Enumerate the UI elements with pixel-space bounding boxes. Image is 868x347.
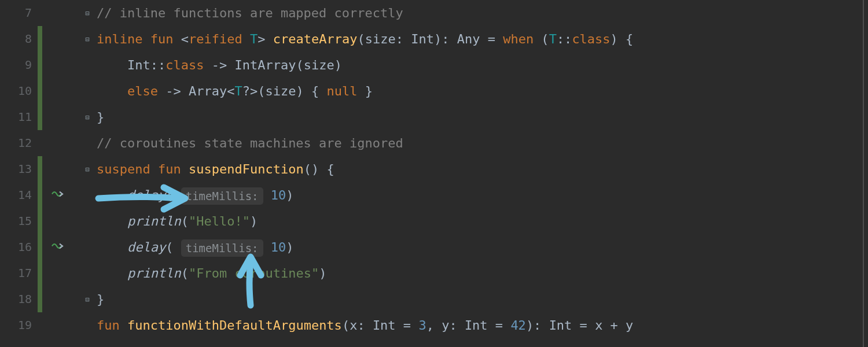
gutter: 7 ⊟ 8 ⊟ 9 10 11 ⊟ 12 13 ⊟ 14 15 (0, 0, 90, 347)
gutter-row: 10 (0, 78, 90, 104)
gutter-row: 16 (0, 234, 90, 260)
code-area[interactable]: // inline functions are mapped correctly… (90, 0, 868, 347)
code-line[interactable]: suspend fun suspendFunction() { (97, 156, 868, 182)
gutter-row: 11 ⊟ (0, 104, 90, 130)
gutter-row: 9 (0, 52, 90, 78)
code-line[interactable]: println("Hello!") (97, 208, 868, 234)
gutter-row: 8 ⊟ (0, 26, 90, 52)
code-line[interactable]: Int::class -> IntArray(size) (97, 52, 868, 78)
gutter-row: 19 (0, 312, 90, 338)
code-line[interactable]: inline fun <reified T> createArray(size:… (97, 26, 868, 52)
code-line[interactable]: // coroutines state machines are ignored (97, 130, 868, 156)
parameter-hint: timeMillis: (181, 239, 263, 257)
comment: // coroutines state machines are ignored (97, 136, 403, 150)
vcs-change-marker (38, 104, 42, 130)
vcs-change-marker (38, 156, 42, 182)
line-number: 15 (0, 208, 32, 234)
code-line[interactable]: delay( timeMillis: 10) (97, 234, 868, 260)
line-number: 9 (0, 52, 32, 78)
line-number: 12 (0, 130, 32, 156)
line-number: 19 (0, 312, 32, 338)
code-line[interactable]: delay( timeMillis: 10) (97, 182, 868, 208)
suspend-call-icon[interactable] (51, 234, 64, 260)
comment: // inline functions are mapped correctly (97, 6, 403, 20)
suspend-call-icon[interactable] (51, 182, 64, 208)
line-number: 16 (0, 234, 32, 260)
vcs-change-marker (38, 26, 42, 52)
line-number: 7 (0, 0, 32, 26)
gutter-row: 17 (0, 260, 90, 286)
code-line[interactable]: else -> Array<T?>(size) { null } (97, 78, 868, 104)
line-number: 13 (0, 156, 32, 182)
vcs-change-marker (38, 182, 42, 208)
code-line[interactable]: println("From coroutines") (97, 260, 868, 286)
code-line[interactable]: fun functionWithDefaultArguments(x: Int … (97, 312, 868, 338)
gutter-row: 7 ⊟ (0, 0, 90, 26)
line-number: 8 (0, 26, 32, 52)
code-editor[interactable]: 7 ⊟ 8 ⊟ 9 10 11 ⊟ 12 13 ⊟ 14 15 (0, 0, 868, 347)
parameter-hint: timeMillis: (181, 187, 263, 205)
gutter-row: 18 ⊟ (0, 286, 90, 312)
code-line[interactable]: } (97, 286, 868, 312)
code-line[interactable]: } (97, 104, 868, 130)
function-name: createArray (273, 32, 358, 46)
vcs-change-marker (38, 52, 42, 78)
code-line[interactable]: // inline functions are mapped correctly (97, 0, 868, 26)
gutter-row: 13 ⊟ (0, 156, 90, 182)
vcs-change-marker (38, 208, 42, 234)
gutter-row: 15 (0, 208, 90, 234)
function-name: suspendFunction (189, 162, 304, 176)
line-number: 18 (0, 286, 32, 312)
function-name: functionWithDefaultArguments (127, 318, 342, 333)
vcs-change-marker (38, 260, 42, 286)
vcs-change-marker (38, 286, 42, 312)
line-number: 14 (0, 182, 32, 208)
vcs-change-marker (38, 234, 42, 260)
line-number: 17 (0, 260, 32, 286)
line-number: 10 (0, 78, 32, 104)
line-number: 11 (0, 104, 32, 130)
gutter-row: 14 (0, 182, 90, 208)
gutter-row: 12 (0, 130, 90, 156)
vcs-change-marker (38, 78, 42, 104)
